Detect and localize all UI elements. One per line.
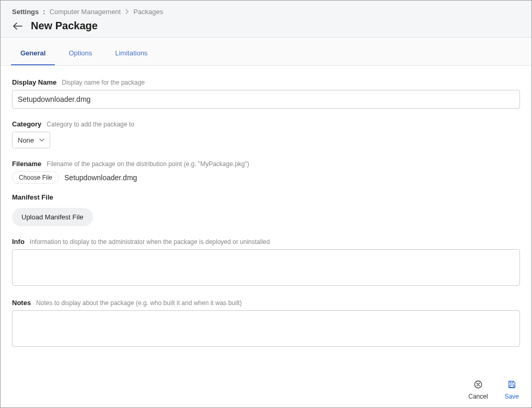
save-icon [507, 380, 516, 391]
package-form-window: Settings : Computer Management Packages … [0, 0, 532, 408]
cancel-icon [473, 380, 483, 391]
field-info: Info Information to display to the admin… [12, 238, 520, 287]
display-name-help: Display name for the package [62, 79, 145, 86]
svg-rect-2 [510, 385, 514, 388]
breadcrumb-item-computer-management[interactable]: Computer Management [50, 8, 121, 16]
notes-label: Notes [12, 299, 31, 307]
footer: Cancel Save [1, 376, 531, 407]
title-row: New Package [12, 20, 520, 32]
field-notes: Notes Notes to display about the package… [12, 299, 520, 348]
form-content: Display Name Display name for the packag… [1, 66, 531, 376]
cancel-button[interactable]: Cancel [468, 380, 488, 400]
chevron-down-icon [39, 138, 44, 142]
tab-limitations[interactable]: Limitations [106, 38, 157, 65]
notes-help: Notes to display about the package (e.g.… [36, 299, 242, 307]
save-label: Save [505, 393, 519, 400]
tab-options[interactable]: Options [59, 38, 101, 65]
save-button[interactable]: Save [505, 380, 519, 400]
category-label: Category [12, 120, 41, 128]
page-title: New Package [31, 20, 98, 32]
info-help: Information to display to the administra… [30, 238, 270, 246]
field-display-name: Display Name Display name for the packag… [12, 78, 520, 109]
chosen-filename: Setupdownloader.dmg [64, 173, 137, 182]
category-select[interactable]: None [12, 132, 50, 148]
notes-textarea[interactable] [12, 310, 520, 347]
tab-general[interactable]: General [11, 38, 55, 65]
choose-file-button[interactable]: Choose File [12, 171, 59, 184]
info-label: Info [12, 238, 25, 246]
category-selected-value: None [18, 136, 34, 144]
cancel-label: Cancel [468, 393, 488, 400]
breadcrumb: Settings : Computer Management Packages [12, 8, 520, 16]
field-manifest: Manifest File Upload Manifest File [12, 193, 520, 226]
info-textarea[interactable] [12, 249, 520, 286]
back-arrow-icon[interactable] [12, 20, 24, 32]
field-filename: Filename Filename of the package on the … [12, 160, 520, 184]
filename-label: Filename [12, 160, 41, 168]
manifest-label: Manifest File [12, 193, 53, 201]
display-name-input[interactable] [12, 90, 520, 109]
header: Settings : Computer Management Packages … [1, 1, 531, 38]
category-help: Category to add the package to [47, 121, 134, 128]
breadcrumb-colon: : [43, 8, 45, 16]
tabs: General Options Limitations [1, 38, 531, 66]
breadcrumb-item-packages[interactable]: Packages [133, 8, 163, 16]
field-category: Category Category to add the package to … [12, 120, 520, 148]
display-name-label: Display Name [12, 78, 56, 86]
breadcrumb-root-label: Settings [12, 8, 39, 16]
chevron-right-icon [125, 8, 129, 16]
upload-manifest-button[interactable]: Upload Manifest File [12, 208, 93, 226]
svg-rect-1 [511, 381, 513, 383]
filename-help: Filename of the package on the distribut… [47, 160, 249, 168]
